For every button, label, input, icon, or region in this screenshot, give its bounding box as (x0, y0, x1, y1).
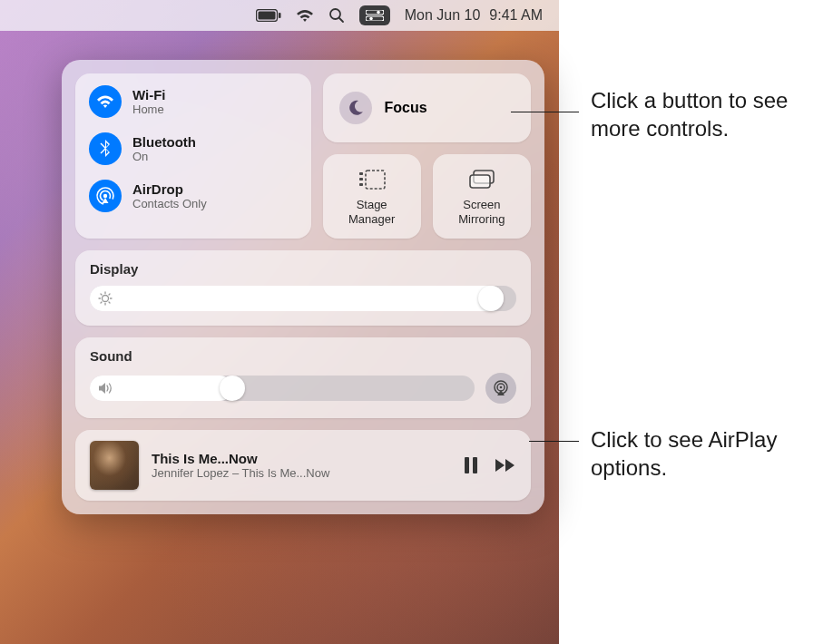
callout-line-focus (511, 112, 579, 112)
svg-rect-30 (465, 457, 469, 473)
svg-point-8 (369, 17, 373, 21)
airdrop-status: Contacts Only (132, 197, 207, 210)
bluetooth-status: On (132, 150, 196, 163)
next-button[interactable] (495, 458, 516, 473)
battery-icon[interactable] (256, 9, 281, 22)
callout-line-airplay (529, 441, 579, 442)
svg-point-18 (103, 296, 109, 302)
focus-label: Focus (385, 100, 427, 116)
svg-point-29 (500, 386, 503, 389)
track-artist: Jennifer Lopez – This Is Me...Now (152, 466, 451, 480)
svg-line-25 (101, 302, 102, 303)
bluetooth-item[interactable]: Bluetooth On (89, 132, 298, 165)
wifi-label: Wi-Fi (132, 87, 166, 102)
pause-button[interactable] (464, 456, 478, 474)
svg-rect-1 (258, 12, 275, 20)
svg-rect-12 (359, 172, 363, 175)
control-center-menubar-icon[interactable] (359, 5, 390, 25)
airdrop-label: AirDrop (132, 181, 207, 197)
svg-point-6 (377, 11, 380, 15)
now-playing-tile[interactable]: This Is Me...Now Jennifer Lopez – This I… (75, 430, 531, 501)
svg-line-26 (109, 294, 110, 295)
control-center-panel: Wi-Fi Home Bluetooth On (62, 60, 544, 514)
bluetooth-label: Bluetooth (132, 134, 196, 150)
menubar-date[interactable]: Mon Jun 10 (405, 7, 481, 24)
wifi-menubar-icon[interactable] (296, 9, 314, 23)
menubar-time[interactable]: 9:41 AM (489, 7, 543, 24)
speaker-icon (98, 382, 114, 395)
sound-tile[interactable]: Sound (75, 337, 531, 418)
spotlight-icon[interactable] (328, 7, 345, 24)
airplay-button[interactable] (485, 373, 516, 404)
sound-label: Sound (90, 348, 516, 364)
svg-rect-2 (279, 13, 281, 18)
svg-rect-5 (366, 10, 384, 15)
menubar: Mon Jun 10 9:41 AM (0, 0, 559, 31)
wifi-status: Home (132, 102, 166, 116)
brightness-icon (98, 291, 113, 306)
airdrop-icon (89, 180, 122, 212)
display-label: Display (90, 261, 516, 277)
svg-line-4 (339, 18, 343, 22)
screen-mirroring-tile[interactable]: Screen Mirroring (433, 154, 531, 239)
svg-rect-15 (366, 171, 385, 189)
airplay-icon (492, 380, 510, 396)
connectivity-tile[interactable]: Wi-Fi Home Bluetooth On (75, 73, 311, 239)
stage-manager-label: Stage Manager (348, 198, 395, 226)
focus-tile[interactable]: Focus (323, 73, 532, 142)
svg-rect-31 (473, 457, 477, 473)
callout-airplay: Click to see AirPlay options. (591, 425, 808, 482)
wifi-item[interactable]: Wi-Fi Home (89, 85, 298, 118)
wifi-icon (89, 85, 122, 118)
track-title: This Is Me...Now (152, 451, 451, 466)
sound-slider[interactable] (90, 376, 475, 401)
screen-mirroring-icon (468, 167, 495, 192)
screen-mirroring-label: Screen Mirroring (458, 198, 505, 226)
moon-icon (339, 92, 372, 124)
svg-point-3 (330, 9, 340, 19)
album-art (90, 441, 139, 490)
stage-manager-tile[interactable]: Stage Manager (323, 154, 421, 239)
stage-manager-icon (358, 167, 386, 192)
svg-rect-17 (470, 175, 490, 188)
display-slider[interactable] (90, 286, 516, 311)
bluetooth-icon (89, 132, 122, 165)
display-tile[interactable]: Display (75, 250, 531, 326)
svg-line-23 (101, 294, 102, 295)
airdrop-item[interactable]: AirDrop Contacts Only (89, 180, 298, 212)
svg-rect-13 (359, 178, 363, 181)
svg-point-11 (103, 194, 107, 198)
svg-line-24 (109, 302, 110, 303)
svg-rect-14 (359, 183, 363, 186)
svg-rect-7 (366, 16, 384, 21)
callout-focus: Click a button to see more controls. (591, 86, 827, 142)
